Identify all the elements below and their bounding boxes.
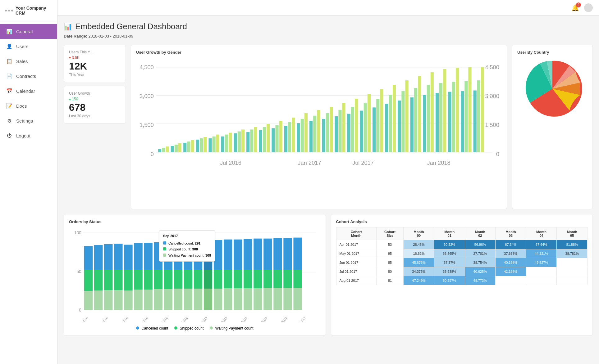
svg-rect-58 [351,107,354,152]
col-cohort-size: CohortSize [376,227,403,240]
waiting-dot [210,326,213,330]
sidebar-item-sales[interactable]: 📋 Sales [0,54,57,69]
dashboard-title: Embedded General Dashboard [75,22,187,31]
svg-rect-153 [254,270,262,288]
svg-rect-109 [104,290,112,310]
svg-rect-66 [385,104,388,152]
svg-rect-23 [203,137,207,152]
svg-text:0: 0 [79,308,81,312]
svg-rect-53 [330,107,333,152]
svg-rect-126 [164,270,172,289]
svg-rect-40 [275,125,278,152]
sidebar-item-settings[interactable]: ⚙ Settings [0,113,57,128]
svg-text:Jan 2017: Jan 2017 [298,160,321,166]
col-month-03: Month03 [496,227,526,240]
dashboard-icon: 📊 [64,23,72,31]
svg-rect-21 [196,140,199,152]
sidebar-label-logout: Logout [16,133,30,138]
svg-text:Oct 2017: Oct 2017 [295,316,307,322]
svg-rect-147 [234,270,242,288]
svg-rect-64 [376,99,379,152]
sidebar-item-general[interactable]: 📊 General [0,24,57,39]
pie-chart-container [517,58,588,120]
svg-rect-135 [194,270,202,289]
svg-rect-63 [373,107,376,152]
sidebar-item-users[interactable]: 👤 Users [0,39,57,54]
svg-rect-119 [144,243,152,270]
svg-rect-37 [263,127,266,152]
svg-rect-154 [254,288,262,310]
svg-rect-146 [234,239,242,270]
cohort-table: CohortMonth CohortSize Month00 Month01 M… [336,227,588,285]
svg-rect-51 [322,119,325,152]
sidebar-label-general: General [16,29,33,34]
svg-rect-87 [473,91,477,152]
svg-rect-166 [293,288,302,310]
sidebar-item-contracts[interactable]: 📄 Contracts [0,69,57,83]
cohort-title: Cohort Analysis [336,219,588,224]
orders-legend: Cancelled count Shipped count Waiting Pa… [69,326,321,330]
topbar: 🔔 2 [57,0,599,16]
svg-rect-157 [263,288,272,310]
sidebar-item-docs[interactable]: 📝 Docs [0,98,57,113]
sidebar-item-calendar[interactable]: 📅 Calendar [0,83,57,98]
table-row: Jul 01 20178034.375%35.938%40.625%42.188… [336,267,588,276]
svg-rect-16 [175,145,178,152]
svg-text:0: 0 [496,151,499,157]
orders-tooltip: Sep 2017 Cancelled count: 291 Shipped co… [159,230,215,262]
svg-rect-106 [94,290,103,310]
svg-text:Jan 2018: Jan 2018 [427,160,450,166]
cohort-table-wrap[interactable]: CohortMonth CohortSize Month00 Month01 M… [336,227,588,285]
users-icon: 👤 [6,43,12,49]
svg-rect-67 [389,95,392,152]
sidebar-label-sales: Sales [16,59,28,64]
svg-rect-26 [216,135,219,152]
user-growth-chart-title: User Growth by Gender [136,50,502,55]
svg-rect-65 [380,89,383,152]
tooltip-shipped: Shipped count: 308 [163,246,211,253]
svg-rect-108 [104,270,112,290]
svg-rect-149 [244,239,252,270]
svg-rect-102 [84,270,93,291]
sidebar-item-logout[interactable]: ⏻ Logout [0,128,57,143]
docs-icon: 📝 [6,103,12,109]
svg-rect-48 [309,121,313,152]
svg-rect-105 [94,270,103,290]
svg-text:May 2016: May 2016 [116,316,129,322]
user-avatar[interactable] [584,3,593,12]
col-month-00: Month00 [404,227,434,240]
svg-rect-57 [347,114,350,152]
date-range-label: Date Range: [64,34,87,38]
user-growth-label: User Growth [69,91,121,96]
svg-rect-12 [158,149,161,152]
sidebar-label-docs: Docs [16,103,27,109]
svg-rect-116 [134,243,142,270]
svg-text:May 2017: May 2017 [235,316,249,322]
svg-text:50: 50 [76,269,81,274]
tooltip-cancelled: Cancelled count: 291 [163,240,211,247]
svg-rect-163 [283,288,292,310]
users-this-year-card: Users This Y... ▾ 3.5K 12K This Year [64,45,126,82]
svg-rect-60 [360,110,363,152]
svg-rect-123 [154,270,162,289]
svg-rect-46 [301,119,304,152]
logout-icon: ⏻ [6,133,12,139]
svg-rect-130 [174,289,182,310]
svg-rect-121 [144,290,152,310]
app-logo: Your Company CRM [0,0,57,21]
svg-rect-115 [124,290,132,310]
svg-text:Jul 2016: Jul 2016 [137,316,149,322]
svg-rect-36 [259,130,262,152]
user-by-country-card: User By Country [512,45,593,209]
svg-rect-159 [273,270,282,288]
svg-rect-158 [273,238,282,270]
notification-bell[interactable]: 🔔 2 [571,4,579,11]
sidebar-nav: 📊 General 👤 Users 📋 Sales 📄 Contracts 📅 … [0,21,57,364]
svg-rect-143 [224,239,232,270]
col-month-04: Month04 [526,227,557,240]
svg-text:Nov 2016: Nov 2016 [176,316,189,322]
sidebar-label-calendar: Calendar [16,88,35,94]
svg-text:Sep 2017: Sep 2017 [276,316,288,322]
shipped-dot [174,326,177,330]
svg-rect-111 [114,270,122,290]
